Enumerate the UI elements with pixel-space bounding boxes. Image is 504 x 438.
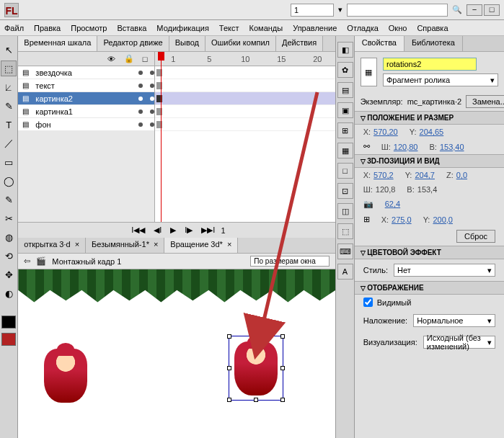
eraser-tool[interactable]: ✥ [1,267,17,282]
instance-name-input[interactable] [383,58,477,71]
lasso-tool[interactable]: ✎ [1,98,17,114]
resize-handle[interactable] [280,398,285,402]
hand-tool[interactable]: ◐ [1,285,17,301]
tab-properties[interactable]: Свойства [355,36,404,51]
tab-compiler-errors[interactable]: Ошибки компил [205,36,276,51]
free-transform-tool[interactable]: ⟀ [1,79,17,95]
end-button[interactable]: ▶▶I [198,225,218,236]
symbol-type-dropdown[interactable]: Фрагмент ролика▾ [383,73,498,86]
color-style-dropdown[interactable]: Нет▾ [394,264,495,277]
workspace-chevron-icon[interactable]: ▾ [338,5,342,14]
stroke-color-swatch[interactable] [1,316,16,328]
selection-tool[interactable]: ↖ [1,42,17,58]
vanish-y-value[interactable]: 200,0 [433,215,453,224]
help-search-input[interactable] [347,4,448,17]
minimize-button[interactable]: − [467,4,482,16]
section-color-effect[interactable]: ЦВЕТОВОЙ ЭФФЕКТ [355,246,504,259]
doc-tab[interactable]: Безымянный-1*× [86,238,164,253]
fill-color-swatch[interactable] [1,333,16,346]
dock-icon[interactable]: ⬚ [337,223,353,239]
layer-row[interactable]: ▤картинка2 [18,92,154,105]
eyedropper-tool[interactable]: ⟲ [1,248,17,264]
dock-icon[interactable]: ⌨ [337,243,353,259]
3d-y-value[interactable]: 204,7 [415,171,435,179]
symbol-type-icon[interactable]: ▦ [361,58,377,86]
menu-window[interactable]: Окно [389,24,407,32]
menu-help[interactable]: Справка [417,24,448,32]
menu-file[interactable]: Файл [4,24,24,32]
search-icon[interactable]: 🔍 [452,5,462,14]
menu-debug[interactable]: Отладка [347,24,378,32]
layer-row[interactable]: ▤картинка1 [18,105,154,118]
x-value[interactable]: 570,20 [373,128,398,136]
layer-row[interactable]: ▤фон [18,118,154,131]
tab-library[interactable]: Библиотека [404,36,463,51]
scene-name[interactable]: Монтажный кадр 1 [52,257,121,266]
section-position-size[interactable]: ПОЛОЖЕНИЕ И РАЗМЕР [355,111,504,125]
menu-view[interactable]: Просмотр [71,24,107,32]
pencil-tool[interactable]: ✎ [1,192,17,207]
dock-icon[interactable]: A [337,264,353,280]
section-display[interactable]: ОТОБРАЖЕНИЕ [355,281,504,295]
play-button[interactable]: ▶ [167,225,179,236]
width-value[interactable]: 120,80 [394,143,418,151]
zoom-dropdown[interactable]: По размерам окна [250,256,330,267]
dock-icon[interactable]: ✿ [337,62,353,78]
tab-timeline[interactable]: Временная шкала [18,36,97,51]
lock-icon[interactable]: 🔒 [124,54,134,63]
dock-icon[interactable]: ⊞ [337,122,353,138]
tab-actions[interactable]: Действия [276,36,323,51]
doc-tab[interactable]: Вращение 3d*× [164,238,238,253]
visibility-icon[interactable]: 👁 [107,55,115,63]
stage-object-santa-1[interactable] [44,349,87,403]
back-arrow-icon[interactable]: ⇦ [24,256,30,266]
text-tool[interactable]: T [1,117,17,133]
oval-tool[interactable]: ◯ [1,173,17,189]
resize-handle[interactable] [280,334,285,339]
stage-canvas[interactable] [18,269,335,438]
menu-modify[interactable]: Модификация [156,24,209,32]
dock-icon[interactable]: ▤ [337,82,353,98]
layer-row[interactable]: ▤звездочка [18,66,154,79]
brush-tool[interactable]: ✂ [1,210,17,226]
blend-dropdown[interactable]: Нормальное▾ [413,314,495,327]
dock-icon[interactable]: ◧ [337,42,353,58]
resize-handle[interactable] [254,398,258,402]
dock-icon[interactable]: ⊡ [337,183,353,199]
step-forward-button[interactable]: I▶ [182,225,195,236]
close-icon[interactable]: × [154,240,158,251]
doc-tab[interactable]: открытка 3·d× [18,238,86,253]
visible-checkbox[interactable] [363,298,373,307]
subselection-tool[interactable]: ⬚ [1,61,17,76]
menu-edit[interactable]: Правка [34,24,61,32]
selection-box[interactable] [229,336,283,401]
section-3d-position[interactable]: 3D-ПОЗИЦИЯ И ВИД [355,154,504,168]
menu-insert[interactable]: Вставка [117,24,146,32]
tab-motion-editor[interactable]: Редактор движе [97,36,169,51]
maximize-button[interactable]: □ [484,4,500,16]
resize-handle[interactable] [227,398,231,402]
height-value[interactable]: 153,40 [440,143,464,151]
playhead[interactable] [161,52,162,222]
perspective-value[interactable]: 62,4 [385,200,400,209]
dock-icon[interactable]: ▣ [337,102,353,118]
close-icon[interactable]: × [227,240,231,251]
paint-bucket-tool[interactable]: ◍ [1,229,17,245]
rectangle-tool[interactable]: ▭ [1,154,17,170]
resize-handle[interactable] [227,366,231,370]
y-value[interactable]: 204,65 [420,128,444,136]
menu-control[interactable]: Управление [293,24,337,32]
3d-x-value[interactable]: 570,2 [373,171,394,179]
outline-icon[interactable]: □ [143,55,148,63]
tab-output[interactable]: Вывод [169,36,205,51]
3d-z-value[interactable]: 0,0 [456,171,467,179]
step-back-button[interactable]: ◀I [151,225,164,236]
resize-handle[interactable] [254,334,258,339]
reset-button[interactable]: Сброс [456,230,495,243]
dock-icon[interactable]: ▦ [337,143,353,158]
resize-handle[interactable] [280,366,285,370]
menu-commands[interactable]: Команды [249,24,283,32]
close-icon[interactable]: × [75,240,79,251]
vanish-x-value[interactable]: 275,0 [392,215,412,224]
dock-icon[interactable]: ◫ [337,203,353,219]
